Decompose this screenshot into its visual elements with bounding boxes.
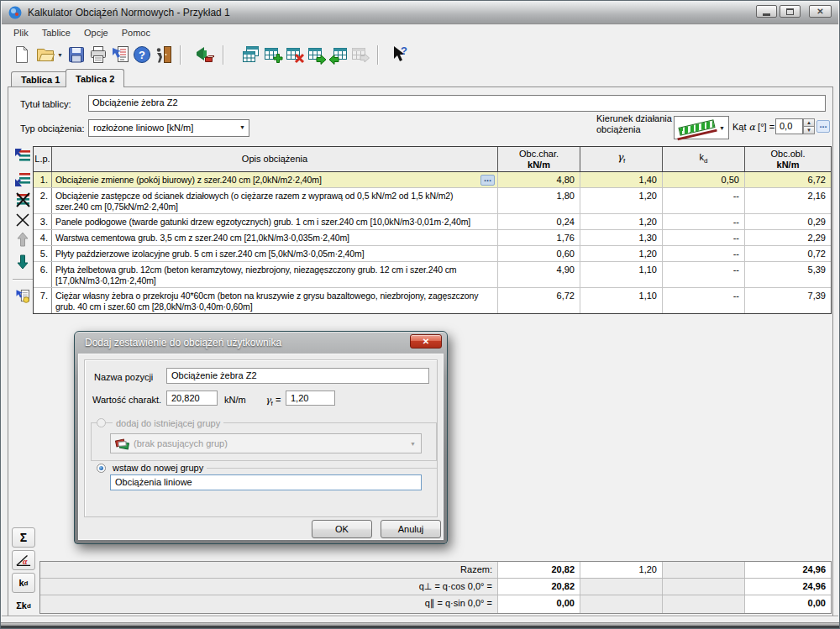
cell-desc: Płyta żelbetowa grub. 12cm (beton keramz… [52,262,498,287]
copy-table-icon[interactable] [241,45,261,65]
cancel-button[interactable]: Anuluj [381,520,441,538]
name-input[interactable]: Obciążenie żebra Z2 [166,368,429,384]
summary-char: 20,82 [498,562,580,578]
add-table-icon[interactable] [263,45,283,65]
summary-row: Razem:20,821,2024,96 [40,562,831,579]
announce-icon[interactable] [194,45,214,65]
summary-kd [663,595,745,613]
open-file-icon[interactable] [35,45,55,65]
gamma-label: γf = [265,395,281,407]
cell-desc: Warstwa cementowa grub. 3,5 cm z szer.24… [52,230,498,245]
header-obl: Obc.obl.kN/m [745,147,831,171]
summary-table: Razem:20,821,2024,96q⊥ = q·cos 0,0° =20,… [39,561,832,614]
new-group-radio[interactable] [97,464,106,473]
summary-obl: 0,00 [745,595,831,613]
table-row[interactable]: 5.Płyty paździerzowe izolacyjne grub. 5 … [34,246,831,262]
tab-tablica-1[interactable]: Tablica 1 [11,71,70,87]
cell-kd: -- [663,262,745,287]
kd-button[interactable]: kd [12,573,35,593]
sum-kd-button[interactable]: Σkd [12,595,35,616]
angle-input[interactable]: 0,0 [775,118,803,134]
insert-row-above-icon[interactable] [13,148,34,166]
cell-obl: 6,72 [745,172,831,187]
dialog-close-button[interactable]: ✕ [410,334,442,349]
table-header: L.p. Opis obciążenia Obc.char.kN/m γf kd… [34,147,831,172]
angle-more-button[interactable]: ... [816,120,830,133]
cell-desc: Ciężar własny żebra o przekroju 40*60cm … [52,288,498,313]
svg-text:α: α [23,557,28,566]
open-dropdown-arrow[interactable]: ▼ [57,52,63,58]
angle-label: Kąt α [°] = [732,122,774,133]
table-row[interactable]: 1.Obciążenie zmienne (pokój biurowy) z s… [34,172,831,188]
add-to-user-loads-icon[interactable] [13,287,34,311]
cell-gamma: 1,40 [580,172,663,187]
next-table-icon[interactable] [307,45,327,65]
summary-char: 20,82 [498,579,580,595]
sum-button[interactable]: Σ [12,527,35,548]
table-title-label: Tytuł tablicy: [20,99,71,109]
help-icon[interactable]: ? [132,45,152,65]
table-row[interactable]: 2.Obciążenie zastępcze od ścianek działo… [34,188,831,214]
menu-pomoc[interactable]: Pomoc [115,25,157,40]
value-input[interactable]: 20,820 [166,391,218,406]
table-title-input[interactable]: Obciążenie żebra Z2 [88,95,826,112]
menu-tablice[interactable]: Tablice [35,25,77,40]
status-bar [2,616,838,622]
table-row[interactable]: 7.Ciężar własny żebra o przekroju 40*60c… [34,288,831,313]
new-group-line [207,468,437,469]
delete-icon[interactable] [13,212,34,230]
table-row[interactable]: 6.Płyta żelbetowa grub. 12cm (beton kera… [34,262,831,288]
existing-group-radio[interactable] [97,418,106,427]
table-row[interactable]: 4.Warstwa cementowa grub. 3,5 cm z szer.… [34,230,831,246]
move-up-icon[interactable] [13,231,34,249]
load-direction-combo[interactable]: ▼ [674,116,729,139]
cell-char: 4,90 [498,262,580,287]
existing-group-combo[interactable]: (brak pasujących grup) ▼ [110,433,422,453]
prev-table-icon[interactable] [328,45,349,65]
cell-kd: -- [663,246,745,261]
summary-label: q⊥ = q·cos 0,0° = [40,579,498,595]
new-group-input[interactable]: Obciążenia liniowe [110,474,422,490]
context-help-icon[interactable]: ? [390,45,410,65]
new-group-label: wstaw do nowej grupy [113,463,203,473]
minimize-button[interactable] [756,5,777,18]
value-label: Wartość charakt. [92,395,161,405]
table-row[interactable]: 3.Panele podłogowe (twarde gatunki drzew… [34,214,831,230]
header-lp: L.p. [34,147,52,171]
cell-kd: -- [663,214,745,229]
cell-char: 1,80 [498,188,580,213]
gamma-input[interactable]: 1,20 [286,391,335,406]
move-down-icon[interactable] [13,254,34,272]
menu-plik[interactable]: Plik [7,25,35,40]
print-icon[interactable] [88,45,108,65]
exit-icon[interactable] [154,45,174,65]
angle-button[interactable]: α [12,550,35,570]
summary-char: 0,00 [498,595,580,613]
insert-row-below-icon[interactable] [13,171,34,190]
angle-spinner[interactable]: ▲ ▼ [803,118,815,134]
app-icon [8,6,22,19]
name-label: Nazwa pozycji [94,372,153,382]
new-document-icon[interactable] [12,45,32,65]
delete-rows-icon[interactable] [13,191,34,210]
table-disabled-icon[interactable] [350,45,370,65]
summary-kd [663,579,745,595]
tab-tablica-2[interactable]: Tablica 2 [66,69,124,87]
menu-opcje[interactable]: Opcje [77,25,115,40]
spin-down-icon[interactable]: ▼ [803,126,815,134]
combo-arrow-icon: ▼ [719,125,725,131]
save-icon[interactable] [66,45,87,65]
summary-row: q∥ = q·sin 0,0° =0,000,00 [40,595,831,613]
row-more-button[interactable]: ... [480,175,495,186]
delete-table-icon[interactable] [285,45,305,65]
cell-obl: 2,29 [745,230,831,245]
add-to-user-loads-dialog: Dodaj zestawienie do obciążeń użytkownik… [74,331,448,544]
summary-label: Razem: [40,562,498,578]
window-bottom-frame [1,622,839,628]
ok-button[interactable]: OK [312,520,372,538]
report-icon[interactable] [110,45,130,65]
close-button[interactable]: ✕ [809,5,832,18]
load-type-combo[interactable]: rozłożone liniowo [kN/m] ▼ [88,119,249,137]
maximize-button[interactable] [780,5,801,18]
cell-lp: 6. [34,262,52,287]
